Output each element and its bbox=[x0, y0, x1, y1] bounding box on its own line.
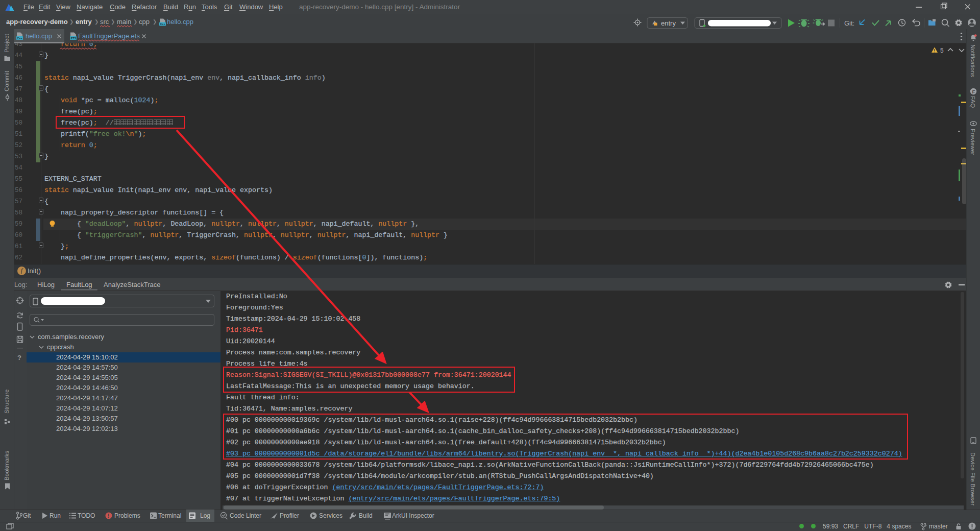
svg-text:C++: C++ bbox=[160, 22, 165, 26]
svg-text:C++: C++ bbox=[17, 37, 22, 40]
svg-text:F: F bbox=[972, 89, 975, 94]
svg-text:5: 5 bbox=[940, 47, 944, 54]
svg-text:?: ? bbox=[17, 354, 21, 361]
svg-text:Git:: Git: bbox=[844, 19, 854, 27]
svg-text:entry: entry bbox=[661, 19, 676, 27]
svg-text:ETS: ETS bbox=[71, 37, 77, 40]
